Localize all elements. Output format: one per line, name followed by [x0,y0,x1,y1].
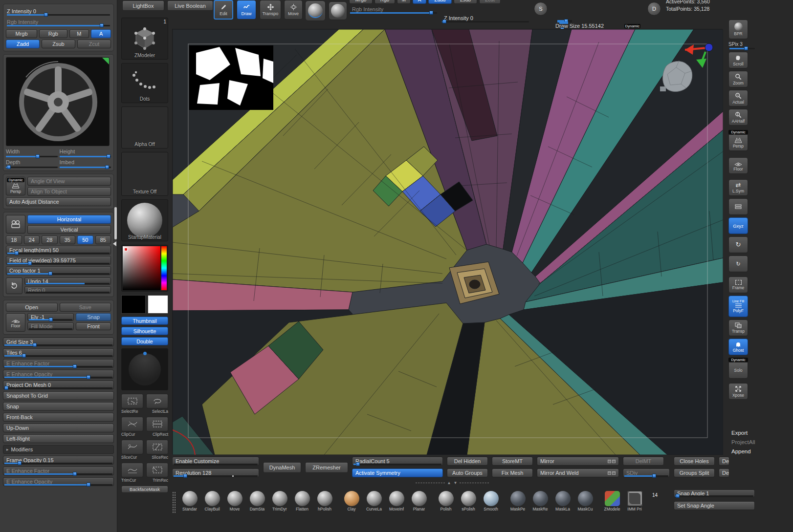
snap-angle-slider[interactable]: Snap Angle 1 [674,489,755,497]
width-slider[interactable]: Width [6,149,58,157]
solo-button[interactable]: Solo [728,362,748,379]
clipped-button-top[interactable]: De [719,457,729,466]
brush-moveinfinite[interactable]: MoveInf [385,489,408,511]
open-button[interactable]: Open [6,303,58,312]
modifiers-header[interactable]: ▸ Modifiers [3,445,114,454]
left-right-button[interactable]: Left-Right [3,434,114,443]
up-down-button[interactable]: Up-Down [3,424,114,432]
backface-mask-button[interactable]: BackfaceMask [121,486,168,493]
spix-slider[interactable]: SPix 3 [728,42,756,49]
brush-maskrect[interactable]: MaskRe [529,489,551,511]
slice-curve-tool[interactable] [121,440,143,454]
undo-history-icon-button[interactable] [6,277,22,294]
zremesher-button[interactable]: ZRemesher [305,462,348,473]
mirror-button[interactable]: Mirror [537,457,619,466]
polyframe-button[interactable]: Line Fill PolyF [728,296,748,317]
focal-preset-28[interactable]: 28 [42,235,58,244]
select-rect-tool[interactable] [121,394,143,408]
scroll-button[interactable]: Scroll [728,52,748,68]
actual-button[interactable]: Actual [728,90,748,106]
color-picker[interactable] [121,245,168,292]
grid-size-slider[interactable]: Grid Size 3 [3,338,114,346]
thumbnail-toggle[interactable]: Thumbnail [121,317,168,325]
frame-button[interactable]: Frame [728,277,748,293]
zcut-button-top[interactable]: Zcut [479,0,501,4]
tiles-slider[interactable]: Tiles 6 [3,348,114,357]
focal-preset-35[interactable]: 35 [60,235,76,244]
brush-polish[interactable]: Polish [435,489,457,511]
aahalf-button[interactable]: AAHalf [728,109,748,126]
fov-slider[interactable]: Field of view(deg) 39.59775 [6,256,111,265]
brush-trimdynamic[interactable]: TrimDyr [268,489,291,511]
tray-collapse-arrow[interactable] [113,241,116,246]
solo-dynamic-badge[interactable]: Dynamic [728,358,748,362]
crop-factor-slider[interactable]: Crop factor 1 [6,266,111,275]
lightbox-button[interactable]: LightBox [122,0,164,11]
silhouette-preview[interactable] [121,348,168,390]
e-enhance-opacity-slider[interactable]: E Enhance Opacity [3,370,114,379]
e-enhance-opacity2-slider[interactable]: E Enhance Opacity [3,477,114,486]
horizontal-button[interactable]: Horizontal [27,215,111,224]
sculpt-pointer-button[interactable] [305,0,326,21]
zadd-button-top[interactable]: Zadd [428,0,452,4]
snap-button[interactable]: Snap [3,402,114,411]
transpose-tool-button[interactable]: Transpo [260,0,281,20]
frame-opacity-slider[interactable]: Frame Opacity 0.15 [3,456,114,465]
brush-smooth[interactable]: Smooth [480,489,502,511]
del-hidden-button[interactable]: Del Hidden [447,457,488,466]
e-enhance-factor2-slider[interactable]: E Enhance Factor [3,467,114,475]
brush-hpolish[interactable]: hPolish [313,489,336,511]
shelf-collapse-divider[interactable]: ▲▼ [416,481,489,485]
bpr-button[interactable]: BPR [728,20,748,39]
stroke-thumbnail[interactable]: Dots [121,63,168,103]
ghost-button[interactable]: Ghost [728,339,748,355]
brush-damstandard[interactable]: DamSta [246,489,268,511]
elv-slider[interactable]: Elv -1 [27,313,74,321]
transp-button[interactable]: Transp [728,319,748,336]
focal-preset-24[interactable]: 24 [24,235,40,244]
xpose-button[interactable]: Xpose [728,383,748,400]
brush-masklasso[interactable]: MaskLa [551,489,574,511]
floor-button[interactable]: Floor [728,157,748,174]
height-slider[interactable]: Height [60,149,111,157]
mrgb-button-top[interactable]: Mrgb [349,0,373,4]
main-color-swatch[interactable] [121,295,146,314]
auto-adjust-distance-button[interactable]: Auto Adjust Distance [6,197,111,206]
zsub-button[interactable]: Zsub [42,40,75,48]
dynamic-persp-button[interactable]: Dynamic Persp [6,177,25,195]
dynamic-badge[interactable]: Dynamic [624,24,640,28]
viewport[interactable] [172,29,723,454]
brush-move[interactable]: Move [223,489,246,511]
snapshot-to-grid-button[interactable]: Snapshot To Grid [3,391,114,400]
save-button[interactable]: Save [60,303,111,312]
z-intensity-slider-top[interactable]: Z Intensity 0 [441,14,530,22]
saturation-square[interactable] [123,246,160,290]
floor-icon-button[interactable]: Floor [6,313,25,332]
hue-bar[interactable] [161,246,167,290]
silhouette-toggle[interactable]: Silhouette [121,327,168,335]
focal-preset-50[interactable]: 50 [77,235,93,244]
auto-groups-button[interactable]: Auto Groups [447,468,488,477]
close-holes-button[interactable]: Close Holes [674,457,715,466]
trim-rect-tool[interactable] [146,463,168,477]
set-snap-angle-button[interactable]: Set Snap Angle [674,501,755,510]
zadd-button[interactable]: Zadd [6,40,40,48]
front-back-button[interactable]: Front-Back [3,413,114,422]
secondary-color-swatch[interactable] [148,295,168,314]
draw-tool-button[interactable]: Draw [237,0,256,20]
gxyz-button[interactable]: Gxyz [728,217,748,234]
focal-preset-18[interactable]: 18 [6,235,22,244]
panel-corner-marker[interactable] [102,58,109,64]
vertical-button[interactable]: Vertical [27,225,111,234]
tray-divider-handle[interactable] [114,207,117,239]
sync-rotate-button[interactable]: ↻ [728,236,748,253]
stroke-s-icon[interactable]: S [534,2,548,16]
move-tool-button[interactable]: Move [284,0,303,20]
project-all-button[interactable]: ProjectAll [731,439,790,445]
rgb-button[interactable]: Rgb [39,29,67,38]
spin-rotate-button[interactable]: ↻ [728,255,748,272]
alpha-thumbnail[interactable]: Alpha Off [121,106,168,149]
tool-preview[interactable] [6,57,110,146]
a-button[interactable]: A [91,29,111,38]
zcut-button[interactable]: Zcut [77,40,111,48]
